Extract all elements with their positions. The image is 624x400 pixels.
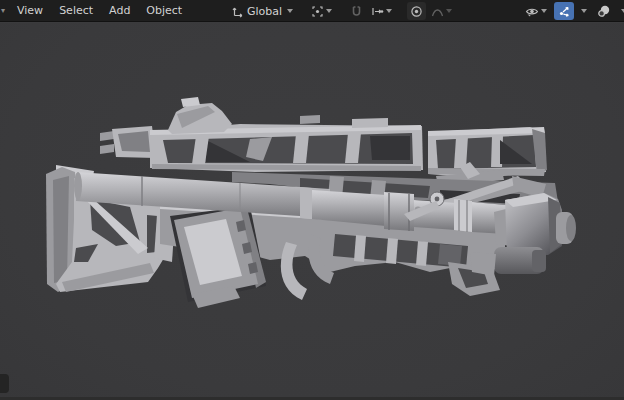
chevron-down-icon xyxy=(581,9,587,13)
pivot-point-dropdown[interactable] xyxy=(308,2,337,20)
viewport-3d[interactable] xyxy=(0,23,624,400)
chevron-down-icon xyxy=(326,9,332,13)
cutoff-panel-notch xyxy=(0,374,9,393)
chevron-down-icon xyxy=(287,9,293,13)
chevron-down-icon xyxy=(446,9,452,13)
magazine[interactable] xyxy=(170,206,266,308)
gizmos-dropdown[interactable] xyxy=(576,2,592,20)
upper-handguard-section-left[interactable] xyxy=(100,97,423,172)
show-overlays-icon xyxy=(597,4,611,18)
chevron-down-icon xyxy=(541,9,547,13)
transform-orientation-axes-icon xyxy=(231,5,244,18)
proportional-falloff-dropdown[interactable] xyxy=(428,2,457,20)
blender-window: ▾ View Select Add Object Global xyxy=(0,0,624,400)
transform-orientation-dropdown[interactable]: Global xyxy=(228,2,298,20)
show-gizmos-toggle[interactable] xyxy=(554,2,574,20)
proportional-editing-toggle[interactable] xyxy=(407,2,426,20)
magnet-icon xyxy=(350,5,363,18)
object-visibility-dropdown[interactable] xyxy=(522,2,552,20)
falloff-curve-icon xyxy=(431,5,444,18)
rifle-model xyxy=(0,23,624,400)
overlays-dropdown[interactable] xyxy=(616,2,624,20)
display-controls xyxy=(522,0,624,22)
viewport-header: ▾ View Select Add Object Global xyxy=(0,0,624,22)
menu-view[interactable]: View xyxy=(9,0,51,22)
chevron-down-icon xyxy=(386,9,392,13)
snap-target-dropdown[interactable] xyxy=(368,2,397,20)
transform-controls: Global xyxy=(228,0,457,22)
menu-add[interactable]: Add xyxy=(101,0,138,22)
snap-toggle[interactable] xyxy=(347,2,366,20)
menu-select[interactable]: Select xyxy=(51,0,101,22)
pivot-point-icon xyxy=(311,5,324,18)
editor-type-chevron-icon[interactable]: ▾ xyxy=(1,6,5,15)
upper-handguard-section-right[interactable] xyxy=(428,127,547,186)
orientation-label: Global xyxy=(247,5,282,18)
proportional-editing-circle-icon xyxy=(410,5,423,18)
show-overlays-toggle[interactable] xyxy=(594,2,614,20)
object-visibility-eye-icon xyxy=(525,5,539,18)
snap-target-icon xyxy=(371,5,384,18)
menu-object[interactable]: Object xyxy=(138,0,190,22)
header-menus: ▾ View Select Add Object xyxy=(0,0,190,21)
show-gizmos-icon xyxy=(557,5,571,18)
